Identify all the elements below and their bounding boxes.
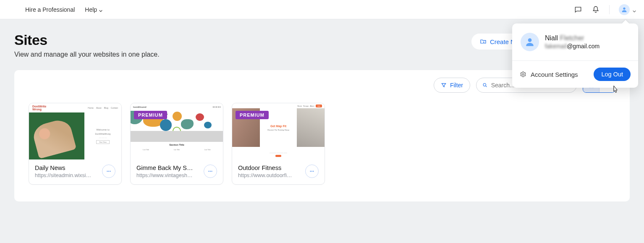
help-menu[interactable]: Help [85,6,103,13]
site-url: https://www.outdoorfi… [238,172,292,178]
chevron-down-icon [632,8,636,12]
user-menu-trigger[interactable] [619,4,636,15]
page-subtitle: View and manage all your websites in one… [14,51,160,58]
page-heading-block: Sites View and manage all your websites … [14,32,160,58]
svg-point-6 [107,171,108,172]
svg-point-10 [210,171,211,172]
page-title: Sites [14,32,160,48]
user-menu-popover: Niall Fletcher fakemail@gmail.com Accoun… [512,24,638,88]
user-email: fakemail@gmail.com [545,43,599,50]
site-more-button[interactable] [102,165,115,178]
svg-point-16 [522,73,524,75]
top-nav: Hire a Professional Help [0,0,644,19]
site-cards: DontWriteWrong HomeAboutBlogContact Welc… [29,103,615,185]
site-card-info: Gimme Back My S… https://www.vintagesh… [131,159,223,184]
svg-point-12 [310,171,311,172]
sites-panel: Filter DontWrite [14,70,630,201]
help-label: Help [85,6,97,13]
dots-icon [207,168,213,174]
svg-point-0 [623,7,625,9]
site-title: Daily News [35,165,91,171]
folder-plus-icon [480,38,487,45]
account-settings-label: Account Settings [531,71,578,78]
filter-icon [441,82,447,88]
chat-icon[interactable] [574,5,582,14]
site-url: https://siteadmin.wixsi… [35,172,91,178]
svg-point-15 [528,38,532,42]
avatar-large [521,33,539,51]
search-icon [482,82,488,88]
filter-label: Filter [450,82,463,89]
site-card[interactable]: PREMIUM HomeGroupsAbout Join Get Map Fit… [232,103,325,185]
hire-professional-link[interactable]: Hire a Professional [25,6,75,13]
site-card-info: Outdoor Fitness https://www.outdoorfi… [232,159,325,184]
dots-icon [106,168,112,174]
site-thumbnail: PREMIUM HomeGroupsAbout Join Get Map Fit… [232,103,325,159]
site-card-info: Daily News https://siteadmin.wixsi… [29,159,121,184]
bell-icon[interactable] [592,5,600,14]
account-settings-link[interactable]: Account Settings [520,71,578,78]
svg-point-1 [483,84,486,86]
dots-icon [309,168,315,174]
chevron-down-icon [99,8,103,12]
avatar [619,4,630,15]
svg-point-8 [110,171,111,172]
site-thumbnail: PREMIUM lost&found How does this all wor… [131,103,223,159]
logout-button[interactable]: Log Out [594,68,631,81]
site-url: https://www.vintagesh… [136,172,193,178]
site-more-button[interactable] [204,165,217,178]
premium-badge: PREMIUM [236,111,269,119]
divider [609,5,610,14]
svg-point-9 [209,171,209,172]
site-title: Gimme Back My S… [136,165,193,171]
svg-point-13 [312,171,312,172]
site-thumbnail: DontWriteWrong HomeAboutBlogContact Welc… [29,103,121,159]
user-menu-actions: Account Settings Log Out [512,60,638,88]
top-nav-left: Hire a Professional Help [25,6,103,13]
filter-button[interactable]: Filter [434,78,470,93]
svg-point-14 [313,171,314,172]
site-card[interactable]: DontWriteWrong HomeAboutBlogContact Welc… [29,103,122,185]
svg-point-7 [108,171,109,172]
site-title: Outdoor Fitness [238,165,292,171]
user-name: Niall Fletcher [545,34,599,42]
top-nav-right [574,4,636,15]
site-more-button[interactable] [305,165,319,178]
svg-point-11 [212,171,212,172]
user-info: Niall Fletcher fakemail@gmail.com [512,24,638,60]
site-card[interactable]: PREMIUM lost&found How does this all wor… [130,103,223,185]
premium-badge: PREMIUM [134,111,167,119]
gear-icon [520,71,526,78]
